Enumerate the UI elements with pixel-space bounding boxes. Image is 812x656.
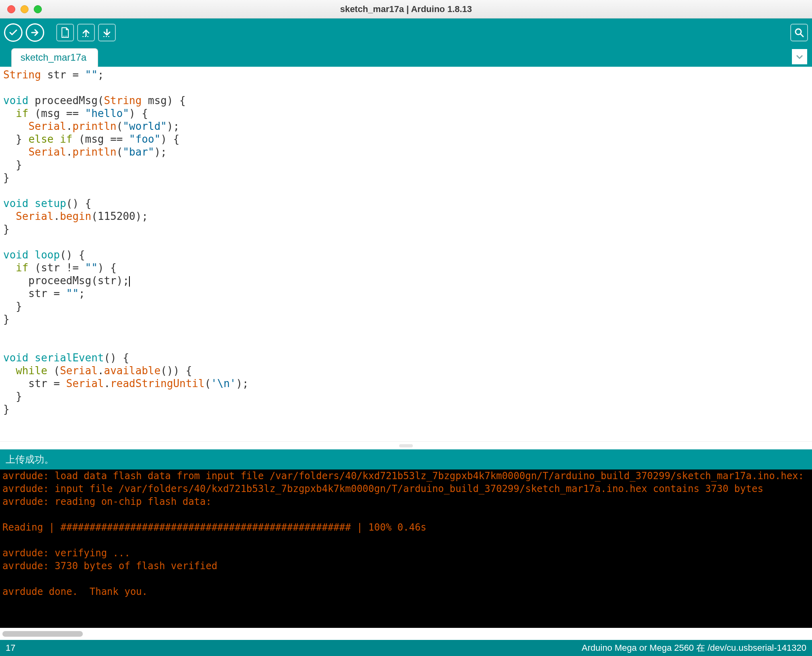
arrow-right-icon [30,28,40,37]
serial-monitor-button[interactable] [790,24,808,41]
scrollbar-thumb[interactable] [2,631,83,637]
window-title: sketch_mar17a | Arduino 1.8.13 [0,4,812,14]
status-message-bar: 上传成功。 [0,449,812,469]
status-bar: 17 Arduino Mega or Mega 2560 在 /dev/cu.u… [0,640,812,656]
tab-bar: sketch_mar17a [0,47,812,67]
pane-splitter[interactable] [0,441,812,449]
status-message-text: 上传成功。 [6,453,54,466]
console-hscrollbar[interactable] [0,628,812,640]
new-sketch-button[interactable] [56,24,74,41]
toolbar [0,18,812,47]
tab-menu-button[interactable] [792,49,807,64]
line-number: 17 [6,643,15,653]
open-sketch-button[interactable] [77,24,95,41]
splitter-grip-icon [399,444,413,447]
check-icon [8,28,18,37]
save-sketch-button[interactable] [98,24,116,41]
file-icon [60,27,70,38]
verify-button[interactable] [4,23,23,42]
upload-button[interactable] [26,23,44,42]
magnifier-icon [794,27,804,38]
chevron-down-icon [795,52,804,61]
tab-label: sketch_mar17a [21,52,86,63]
arrow-up-icon [81,28,91,37]
svg-point-0 [796,29,801,35]
console-output[interactable]: avrdude: load data flash data from input… [0,469,812,628]
app-window: sketch_mar17a | Arduino 1.8.13 sketch_ma… [0,0,812,656]
tab-sketch[interactable]: sketch_mar17a [11,48,98,67]
titlebar: sketch_mar17a | Arduino 1.8.13 [0,0,812,18]
board-info: Arduino Mega or Mega 2560 在 /dev/cu.usbs… [582,642,806,654]
arrow-down-icon [102,28,112,37]
code-editor[interactable]: String str = ""; void proceedMsg(String … [0,67,812,441]
